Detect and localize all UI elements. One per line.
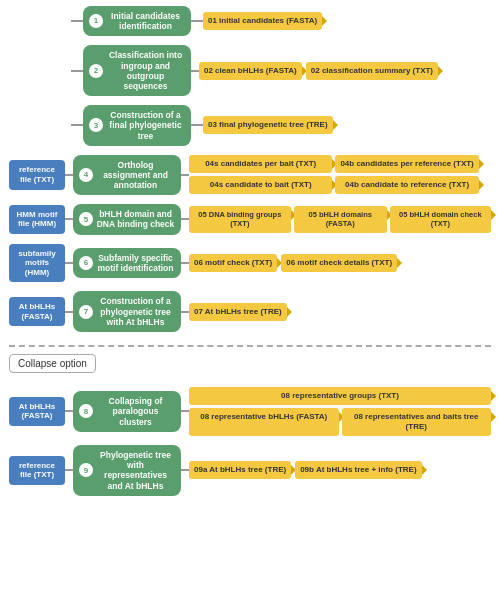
output-9-1: 09a At bHLHs tree (TRE) <box>189 461 291 479</box>
step-7-box: 7 Construction of a phylogenetic tree wi… <box>73 291 181 332</box>
input-8-1: At bHLHs (FASTA) <box>9 397 65 426</box>
step-6-number: 6 <box>79 256 93 270</box>
step-2-number: 2 <box>89 64 103 78</box>
step-1-row: 1 Initial candidates identification 01 i… <box>9 6 491 36</box>
input-6-1: subfamily motifs (HMM) <box>9 244 65 283</box>
section-divider <box>9 345 491 347</box>
output-1-1: 01 initial candidates (FASTA) <box>203 12 322 30</box>
connector-line <box>181 469 189 471</box>
output-6-2: 06 motif check details (TXT) <box>281 254 397 272</box>
connector-line <box>71 70 83 72</box>
step-1-box: 1 Initial candidates identification <box>83 6 191 36</box>
connector-line <box>181 262 189 264</box>
output-2-1: 02 clean bHLHs (FASTA) <box>199 62 302 80</box>
step-2-box: 2 Classification into ingroup and outgro… <box>83 45 191 96</box>
connector-line <box>181 174 189 176</box>
connector-line <box>65 469 73 471</box>
input-5-1: HMM motif file (HMM) <box>9 205 65 234</box>
connector-line <box>181 218 189 220</box>
output-6-1: 06 motif check (TXT) <box>189 254 277 272</box>
step-5-number: 5 <box>79 212 93 226</box>
diagram: 1 Initial candidates identification 01 i… <box>5 0 495 507</box>
output-8-1: 08 representative groups (TXT) <box>189 387 491 405</box>
output-8-3: 08 representatives and baits tree (TRE) <box>342 408 492 436</box>
connector-line <box>65 311 73 313</box>
step-8-row: At bHLHs (FASTA) 8 Collapsing of paralog… <box>9 387 491 436</box>
step-5-row: HMM motif file (HMM) 5 bHLH domain and D… <box>9 204 491 234</box>
input-7-1: At bHLHs (FASTA) <box>9 297 65 326</box>
input-4-1: reference file (TXT) <box>9 160 65 189</box>
output-4-2: 04b candidates per reference (TXT) <box>335 155 478 173</box>
output-5-1: 05 DNA binding groups (TXT) <box>189 206 291 233</box>
step-4-box: 4 Ortholog assignment and annotation <box>73 155 181 196</box>
collapse-option-label: Collapse option <box>9 354 96 373</box>
step-3-box: 3 Construction of a final phylogenetic t… <box>83 105 191 146</box>
connector-line <box>191 70 199 72</box>
output-2-2: 02 classification summary (TXT) <box>306 62 438 80</box>
step-7-number: 7 <box>79 305 93 319</box>
connector-line <box>181 410 189 412</box>
input-9-1: reference file (TXT) <box>9 456 65 485</box>
output-8-2: 08 representative bHLHs (FASTA) <box>189 408 339 436</box>
connector-line <box>71 124 83 126</box>
connector-line <box>191 20 203 22</box>
step-4-number: 4 <box>79 168 93 182</box>
step-1-number: 1 <box>89 14 103 28</box>
step-7-row: At bHLHs (FASTA) 7 Construction of a phy… <box>9 291 491 332</box>
step-2-row: 2 Classification into ingroup and outgro… <box>9 45 491 96</box>
step-5-box: 5 bHLH domain and DNA binding check <box>73 204 181 234</box>
connector-line <box>65 262 73 264</box>
output-4-1: 04s candidates per bait (TXT) <box>189 155 332 173</box>
output-4-4: 04b candidate to reference (TXT) <box>335 176 478 194</box>
connector-line <box>65 410 73 412</box>
output-9-2: 09b At bHLHs tree + info (TRE) <box>295 461 421 479</box>
step-9-row: reference file (TXT) 9 Phylogenetic tree… <box>9 445 491 496</box>
connector-line <box>65 218 73 220</box>
step-8-box: 8 Collapsing of paralogous clusters <box>73 391 181 432</box>
connector-line <box>191 124 203 126</box>
step-3-number: 3 <box>89 118 103 132</box>
step-8-number: 8 <box>79 404 93 418</box>
connector-line <box>181 311 189 313</box>
output-4-3: 04s candidate to bait (TXT) <box>189 176 332 194</box>
step-4-row: reference file (TXT) 4 Ortholog assignme… <box>9 155 491 196</box>
connector-line <box>65 174 73 176</box>
step-9-number: 9 <box>79 463 93 477</box>
step-3-row: 3 Construction of a final phylogenetic t… <box>9 105 491 146</box>
output-7-1: 07 At bHLHs tree (TRE) <box>189 303 287 321</box>
output-5-2: 05 bHLH domains (FASTA) <box>294 206 387 233</box>
step-6-box: 6 Subfamily specific motif identificatio… <box>73 248 181 278</box>
connector-line <box>71 20 83 22</box>
output-3-1: 03 final phylogenetic tree (TRE) <box>203 116 333 134</box>
step-9-box: 9 Phylogenetic tree with representatives… <box>73 445 181 496</box>
output-5-3: 05 bHLH domain check (TXT) <box>390 206 491 233</box>
step-6-row: subfamily motifs (HMM) 6 Subfamily speci… <box>9 244 491 283</box>
